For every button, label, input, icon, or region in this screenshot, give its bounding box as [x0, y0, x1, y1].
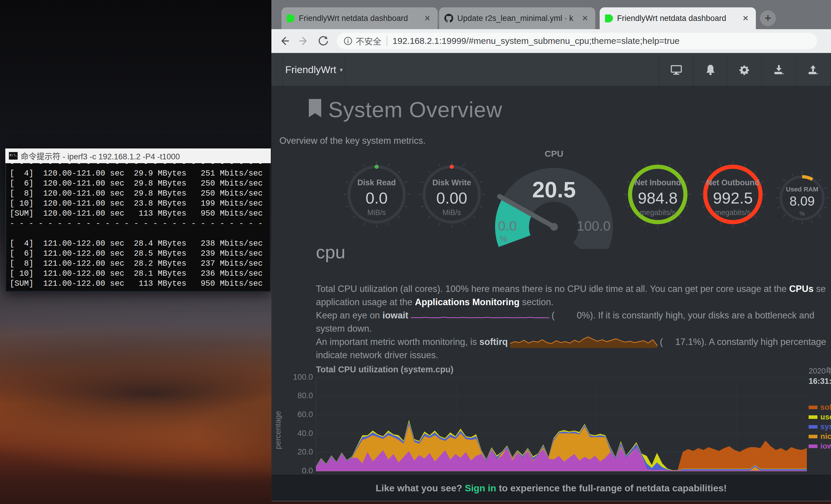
terminal-titlebar[interactable]: 命令提示符 - iperf3 -c 192.168.1.2 -P4 -t1000 — [5, 148, 271, 163]
terminal-line: [ 8] 120.00-121.00 sec 29.8 MBytes 250 M… — [10, 188, 266, 199]
security-chip[interactable]: 不安全 — [343, 35, 381, 47]
terminal-line: [SUM] 120.00-121.00 sec 113 MBytes 950 M… — [10, 209, 266, 218]
legend-label: iowait — [821, 442, 831, 451]
gauge-label: Net Inbound — [621, 178, 694, 187]
tab-close-icon[interactable]: ✕ — [422, 14, 432, 23]
terminal-window[interactable]: 命令提示符 - iperf3 -c 192.168.1.2 -P4 -t1000… — [5, 148, 271, 292]
gauge-unit: MiB/s — [340, 208, 413, 217]
legend-item-user[interactable]: user — [809, 412, 831, 422]
paragraph-line: Keep an eye on iowait(0%). If it is cons… — [316, 309, 831, 322]
gear-icon — [738, 64, 750, 76]
signin-bar: Like what you see? Sign in to experience… — [271, 475, 831, 501]
y-tick-label: 100.0 — [280, 373, 313, 382]
security-label: 不安全 — [356, 35, 381, 47]
browser-window: FriendlyWrt netdata dashboard ✕ Update r… — [271, 0, 831, 501]
y-tick-label: 40.0 — [280, 429, 313, 438]
gauge-max: 100.0 — [577, 218, 610, 234]
terminal-line: [SUM] 121.00-122.00 sec 113 MBytes 950 M… — [10, 279, 266, 289]
import-button[interactable] — [762, 53, 796, 86]
terminal-line: [ 6] 120.00-121.00 sec 29.8 MBytes 250 M… — [10, 178, 266, 188]
new-tab-button[interactable]: + — [760, 10, 776, 26]
legend-label: nice — [821, 432, 831, 441]
cmd-icon — [9, 152, 18, 160]
gauge-cpu[interactable]: CPU 20.5 0.0 100.0 % — [489, 149, 619, 246]
upload-icon — [807, 64, 819, 76]
refresh-icon[interactable] — [317, 34, 330, 48]
page-title: System Overview — [328, 97, 503, 122]
download-icon — [773, 64, 785, 76]
y-tick-label: 0.0 — [280, 466, 313, 475]
softirq-sparkline[interactable] — [510, 335, 657, 349]
paragraph-line: application usage at the Applications Mo… — [316, 295, 831, 309]
gauge-used-ram[interactable]: Used RAM 8.09 % — [773, 169, 831, 228]
tab-close-icon[interactable]: ✕ — [580, 14, 590, 23]
iowait-value: 0% — [554, 309, 590, 322]
gauge-disk-read[interactable]: Disk Read 0.0 MiB/s — [340, 157, 413, 231]
legend-item-softirq[interactable]: softirq — [809, 403, 831, 412]
legend-swatch — [809, 406, 818, 409]
link-cpus[interactable]: CPUs — [789, 284, 813, 294]
host-name: FriendlyWrt — [285, 64, 336, 76]
url-text: 192.168.2.1:19999/#menu_system_submenu_c… — [393, 36, 680, 46]
alarms-button[interactable] — [693, 53, 727, 86]
paragraph-line: Total CPU utilization (all cores). 100% … — [316, 282, 831, 295]
gauge-unit: megabits/s — [696, 208, 770, 217]
tab-friendlywrt-2-active[interactable]: FriendlyWrt netdata dashboard ✕ — [600, 7, 756, 29]
chevron-down-icon: ▾ — [340, 66, 343, 73]
signin-text: Like what you see? Sign in to experience… — [376, 483, 727, 494]
address-bar[interactable]: 不安全 192.168.2.1:19999/#menu_system_subme… — [337, 33, 817, 49]
paragraph-line: indicate network driver issues. — [316, 349, 831, 362]
gauge-value: 0.00 — [415, 189, 489, 207]
link-applications-monitoring[interactable]: Applications Monitoring — [415, 297, 519, 307]
signin-link[interactable]: Sign in — [465, 483, 496, 494]
terminal-output[interactable]: - - - - - - - - - - - - - - - - - - - - … — [5, 163, 271, 292]
cpu-stacked-area-chart[interactable] — [316, 373, 807, 475]
gauge-unit: MiB/s — [415, 208, 489, 217]
terminal-line: [ 10] 121.00-122.00 sec 28.1 MBytes 236 … — [10, 269, 266, 279]
section-title-cpu: cpu — [316, 241, 345, 263]
legend-item-system[interactable]: system — [809, 422, 831, 432]
monitor-icon — [670, 64, 683, 76]
gauge-value: 992.5 — [696, 189, 770, 207]
tab-strip: FriendlyWrt netdata dashboard ✕ Update r… — [271, 0, 831, 29]
screen: { "desktop": { "terminal": { "title": "命… — [0, 0, 831, 504]
forward-icon[interactable] — [297, 34, 310, 48]
iowait-sparkline[interactable] — [411, 313, 549, 320]
tab-close-icon[interactable]: ✕ — [741, 14, 750, 23]
terminal-line — [10, 229, 266, 239]
terminal-title: 命令提示符 - iperf3 -c 192.168.1.2 -P4 -t1000 — [21, 150, 180, 162]
gauge-value: 984.8 — [621, 189, 694, 207]
gauge-unit: % — [773, 210, 831, 217]
tab-friendlywrt-1[interactable]: FriendlyWrt netdata dashboard ✕ — [281, 7, 438, 29]
gauge-disk-write[interactable]: Disk Write 0.00 MiB/s — [415, 157, 489, 231]
gauge-unit: megabits/s — [621, 208, 694, 217]
terminal-line: [ 4] 121.00-122.00 sec 28.4 MBytes 238 M… — [10, 239, 266, 248]
gauge-label: Disk Read — [340, 178, 413, 187]
terminal-line: - - - - - - - - - - - - - - - - - - - - … — [10, 163, 266, 169]
settings-button[interactable] — [727, 53, 761, 86]
gauge-net-inbound[interactable]: Net Inbound 984.8 megabits/s — [621, 157, 694, 231]
divider — [345, 53, 345, 86]
back-icon[interactable] — [278, 34, 291, 48]
terminal-line: [ 4] 120.00-121.00 sec 29.9 MBytes 251 M… — [10, 169, 266, 178]
bookmark-icon — [309, 99, 321, 117]
host-dropdown[interactable]: FriendlyWrt ▾ — [283, 53, 345, 86]
gauge-min: 0.0 — [498, 218, 517, 234]
tab-title: FriendlyWrt netdata dashboard — [617, 14, 737, 23]
github-icon — [445, 14, 453, 23]
gauge-unit: % — [500, 234, 507, 244]
legend-item-iowait[interactable]: iowait — [809, 441, 831, 451]
terminal-line: [ 6] 121.00-122.00 sec 28.5 MBytes 239 M… — [10, 248, 266, 259]
chart-time: 16:31:2 — [809, 377, 831, 386]
y-tick-label: 60.0 — [280, 410, 313, 419]
gauge-net-outbound[interactable]: Net Outbound 992.5 megabits/s — [696, 157, 770, 231]
legend-swatch — [809, 435, 818, 438]
tab-github[interactable]: Update r2s_lean_minimal.yml · k ✕ — [439, 7, 595, 29]
y-tick-label: 20.0 — [280, 447, 313, 456]
legend-swatch — [809, 425, 818, 428]
y-tick-label: 80.0 — [280, 391, 313, 400]
legend-item-nice[interactable]: nice — [809, 432, 831, 441]
page-subtitle: Overview of the key system metrics. — [279, 136, 426, 146]
nodes-view-button[interactable] — [659, 53, 693, 86]
export-button[interactable] — [796, 53, 830, 86]
